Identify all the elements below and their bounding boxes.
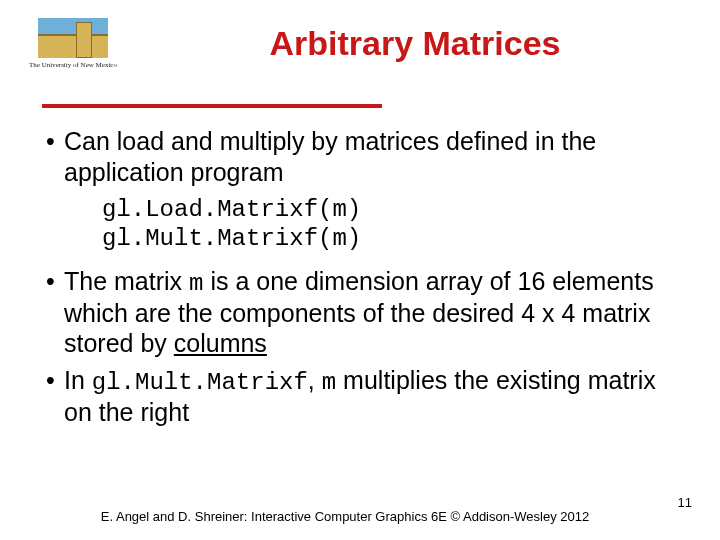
page-number: 11 (678, 495, 692, 510)
bullet-1: • Can load and multiply by matrices defi… (46, 126, 678, 187)
code-line-2: gl.Mult.Matrixf(m) (102, 225, 361, 252)
bullet-3-text: In gl.Mult.Matrixf, m multiplies the exi… (64, 365, 678, 428)
unm-building-icon (38, 18, 108, 58)
bullet-2: • The matrix m is a one dimension array … (46, 266, 678, 359)
code-block: gl.Load.Matrixf(m) gl.Mult.Matrixf(m) (102, 195, 678, 254)
inline-code-m: m (189, 270, 203, 297)
inline-code-multmatrix: gl.Mult.Matrixf (92, 369, 308, 396)
university-logo: The University of New Mexico (18, 18, 128, 70)
slide-title: Arbitrary Matrices (170, 24, 660, 63)
bullet-3: • In gl.Mult.Matrixf, m multiplies the e… (46, 365, 678, 428)
logo-caption: The University of New Mexico (18, 62, 128, 70)
slide-body: • Can load and multiply by matrices defi… (46, 126, 678, 434)
footer-citation: E. Angel and D. Shreiner: Interactive Co… (60, 509, 630, 524)
inline-code-m: m (322, 369, 336, 396)
bullet-dot-icon: • (46, 266, 64, 359)
code-line-1: gl.Load.Matrixf(m) (102, 196, 361, 223)
bullet-dot-icon: • (46, 365, 64, 428)
bullet-1-text: Can load and multiply by matrices define… (64, 126, 678, 187)
title-underline (42, 104, 382, 108)
bullet-dot-icon: • (46, 126, 64, 187)
underlined-columns: columns (174, 329, 267, 357)
slide: The University of New Mexico Arbitrary M… (0, 0, 720, 540)
bullet-2-text: The matrix m is a one dimension array of… (64, 266, 678, 359)
